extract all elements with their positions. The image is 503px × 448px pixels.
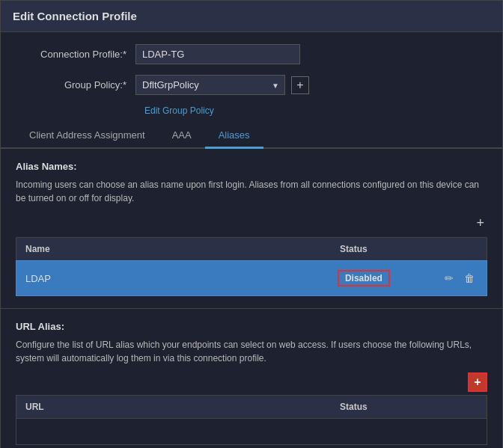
add-alias-button[interactable]: + <box>473 215 487 231</box>
alias-status-cell: Disabled <box>329 266 433 291</box>
url-col-actions <box>436 396 487 418</box>
url-empty-row <box>16 418 487 445</box>
group-policy-label: Group Policy:* <box>16 79 135 90</box>
edit-connection-profile-dialog: Edit Connection Profile Connection Profi… <box>0 0 503 448</box>
connection-profile-input[interactable] <box>135 44 300 64</box>
url-col-url: URL <box>16 396 331 418</box>
url-alias-title: URL Alias: <box>16 321 487 332</box>
alias-col-actions <box>436 238 487 260</box>
table-row: LDAP Disabled ✏ 🗑 <box>16 260 487 296</box>
alias-action-cell: ✏ 🗑 <box>433 266 487 290</box>
tab-client-address[interactable]: Client Address Assignment <box>16 123 159 149</box>
alias-table-header: Name Status <box>16 237 487 260</box>
url-alias-section: URL Alias: Configure the list of URL ali… <box>16 309 487 448</box>
group-policy-select-wrap: DfltGrpPolicy ▼ + <box>135 75 309 95</box>
group-policy-row: Group Policy:* DfltGrpPolicy ▼ + <box>16 75 487 95</box>
add-url-button[interactable]: + <box>468 372 487 392</box>
alias-col-name: Name <box>16 238 331 260</box>
alias-names-title: Alias Names: <box>16 161 487 172</box>
status-badge: Disabled <box>338 270 390 286</box>
connection-profile-row: Connection Profile:* <box>16 44 487 64</box>
group-policy-select[interactable]: DfltGrpPolicy <box>135 75 285 95</box>
tabs-bar: Client Address Assignment AAA Aliases <box>1 123 502 149</box>
alias-names-section: Alias Names: Incoming users can choose a… <box>16 149 487 308</box>
edit-group-policy-link[interactable]: Edit Group Policy <box>144 105 487 116</box>
url-col-status: Status <box>331 396 436 418</box>
add-group-policy-button[interactable]: + <box>291 76 309 94</box>
add-alias-row: + <box>16 212 487 234</box>
dialog-header: Edit Connection Profile <box>1 1 502 32</box>
dialog-body: Connection Profile:* Group Policy:* Dflt… <box>1 32 502 448</box>
alias-names-description: Incoming users can choose an alias name … <box>16 178 487 205</box>
delete-alias-button[interactable]: 🗑 <box>461 271 478 286</box>
url-table-header: URL Status <box>16 395 487 418</box>
tab-aaa[interactable]: AAA <box>159 123 205 149</box>
add-url-row: + <box>16 372 487 392</box>
group-policy-select-wrapper: DfltGrpPolicy ▼ <box>135 75 285 95</box>
alias-name-cell: LDAP <box>16 269 329 289</box>
alias-col-status: Status <box>331 238 436 260</box>
edit-alias-button[interactable]: ✏ <box>442 271 457 286</box>
url-alias-description: Configure the list of URL alias which yo… <box>16 338 487 365</box>
tab-aliases[interactable]: Aliases <box>205 123 263 149</box>
dialog-title: Edit Connection Profile <box>13 10 137 22</box>
connection-profile-label: Connection Profile:* <box>16 49 135 60</box>
